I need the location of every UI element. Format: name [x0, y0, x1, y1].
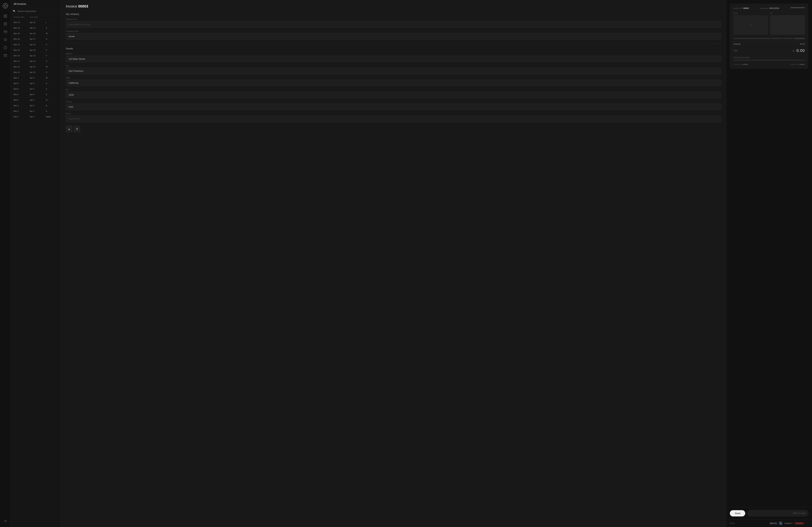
details-collapse-button[interactable]: ⌃ [719, 47, 721, 50]
powered-left: Powered by midday [734, 63, 748, 65]
country-input[interactable] [66, 104, 721, 110]
svg-rect-6 [4, 15, 5, 16]
invoice-preview-panel: Invoice NO: 00003 Issue date: 08/12/2024… [726, 0, 812, 527]
table-row[interactable]: Mar 2Apr 2Apple [11, 114, 61, 120]
invoice-no-section: Invoice NO: 00003 [734, 7, 749, 9]
table-row[interactable]: Mar 2Apr 2A [11, 103, 61, 108]
city-input[interactable] [66, 67, 721, 74]
col-extra [46, 16, 58, 18]
table-row[interactable]: Mar 18Apr 24S [11, 25, 61, 31]
search-input[interactable] [17, 10, 59, 13]
svg-rect-8 [4, 16, 5, 17]
sidebar-item-invoices[interactable] [2, 21, 9, 27]
zip-label: Zip [66, 89, 721, 91]
footer-amount: €99.50 [770, 522, 777, 525]
preview-subtotal: Subtotal €0.00 [734, 41, 805, 46]
address-input[interactable] [66, 56, 721, 62]
subtotal-value: €0.00 [800, 43, 805, 45]
table-row[interactable]: Mar 2Apr 2A [11, 108, 61, 114]
sidebar-item-billing[interactable] [2, 29, 9, 35]
state-input[interactable] [66, 80, 721, 86]
table-row[interactable]: Mar 16Apr 16C [11, 42, 61, 47]
contact-email-input[interactable] [66, 21, 721, 28]
header-progress-bar [791, 7, 805, 8]
company-name-input[interactable] [66, 33, 721, 40]
total-value: 0.00 [796, 48, 805, 53]
table-row[interactable]: Mar 15Apr 15C [11, 47, 61, 53]
powered-row: Powered by midday Powered by midday [734, 63, 805, 65]
table-row[interactable]: Mar 13Apr 13S [11, 59, 61, 64]
address-label: Address [66, 53, 721, 55]
col-invoice-date: Invoice date [14, 16, 30, 18]
sidebar-item-settings[interactable] [2, 518, 9, 524]
powered-brand-2: midday [799, 63, 805, 65]
svg-rect-7 [6, 15, 7, 16]
preview-line-items [734, 38, 805, 39]
to-label: To [770, 12, 805, 14]
contact-email-label: Contact email [66, 18, 721, 20]
country-group: Country [66, 101, 721, 110]
table-row[interactable]: Mar 12Apr 12W [11, 64, 61, 70]
table-row[interactable]: Mar 5Apr 5iC [11, 97, 61, 103]
table-row[interactable]: Mar 19Apr 31L [11, 20, 61, 25]
table-row[interactable]: Mar 9Apr 9W [11, 75, 61, 81]
invoice-no-value: 00003 [743, 7, 749, 9]
search-icon: 🔍 [13, 10, 16, 13]
sidebar-item-archive[interactable] [2, 52, 9, 59]
my-company-label: My company [66, 13, 721, 15]
issue-date-section: Issue date: 08/12/2024 [760, 7, 779, 9]
nav-up-button[interactable]: ▲ [66, 126, 72, 132]
city-group: City [66, 65, 721, 74]
search-bar: 🔍 [11, 8, 61, 15]
details-label: Details [66, 47, 73, 50]
footer-right: €99.50 👤 Gabriel C Overdue ··· [770, 521, 809, 525]
invoice-no-label: Invoice NO: [734, 7, 743, 9]
issue-date-label: Issue date: [760, 7, 769, 9]
table-row[interactable]: Mar 8Apr 8S [11, 81, 61, 86]
app-logo[interactable] [2, 3, 8, 9]
tax-id-input[interactable] [66, 116, 721, 122]
table-row[interactable]: Mar 16Apr 17A [11, 36, 61, 42]
table-row[interactable]: Mar 14Apr 14F [11, 53, 61, 59]
svg-rect-19 [4, 55, 7, 55]
powered-brand-1: midday [742, 63, 748, 65]
send-button[interactable]: Send [730, 510, 745, 516]
invoice-form-area: Invoice 00003 My company Contact email C… [61, 0, 726, 527]
footer-user: Gabriel C [784, 522, 793, 524]
sidebar [0, 0, 11, 527]
from-to-section: From + To [734, 12, 805, 35]
more-options-button[interactable]: ··· [806, 522, 809, 525]
table-row[interactable]: Mar 16Apr 22W [11, 31, 61, 36]
preview-card: Invoice NO: 00003 Issue date: 08/12/2024… [730, 3, 809, 69]
invoice-preview: Invoice NO: 00003 Issue date: 08/12/2024… [726, 0, 812, 507]
tax-id-label: Tax id [66, 113, 721, 115]
zip-input[interactable] [66, 92, 721, 98]
table-row[interactable]: Mar 6Apr 6S [11, 86, 61, 92]
from-label: From [734, 12, 768, 14]
preview-total: Total € 0.00 [734, 46, 805, 55]
slide-to-send[interactable]: Slide to send [748, 510, 809, 516]
avatar: 👤 [779, 521, 783, 525]
to-placeholder [770, 15, 805, 35]
payment-info-label: Payment information [734, 57, 805, 59]
preview-line-header [734, 38, 805, 39]
overdue-badge: Overdue [795, 522, 804, 525]
sidebar-item-clock[interactable] [2, 36, 9, 43]
details-section-header[interactable]: Details ⌃ [66, 47, 721, 50]
table-row[interactable]: Mar 5Apr 5S [11, 92, 61, 97]
sidebar-item-dashboard[interactable] [2, 13, 9, 19]
total-currency: € [793, 49, 795, 52]
nav-down-button[interactable]: ▼ [74, 126, 80, 132]
powered-text-1: Powered by [734, 63, 742, 65]
tax-id-group: Tax id [66, 113, 721, 122]
payment-bar [734, 60, 805, 61]
powered-text-2: Powered by [790, 63, 799, 65]
company-name-group: Company name [66, 30, 721, 40]
table-header: Invoice date Due data [11, 15, 61, 20]
footer-bar: Acme €99.50 👤 Gabriel C Overdue ··· [726, 519, 812, 527]
svg-rect-14 [4, 31, 7, 33]
total-amount: € 0.00 [793, 48, 805, 53]
address-group: Address [66, 53, 721, 62]
table-row[interactable]: Mar 10Apr 10S [11, 70, 61, 75]
sidebar-item-docs[interactable] [2, 44, 9, 51]
